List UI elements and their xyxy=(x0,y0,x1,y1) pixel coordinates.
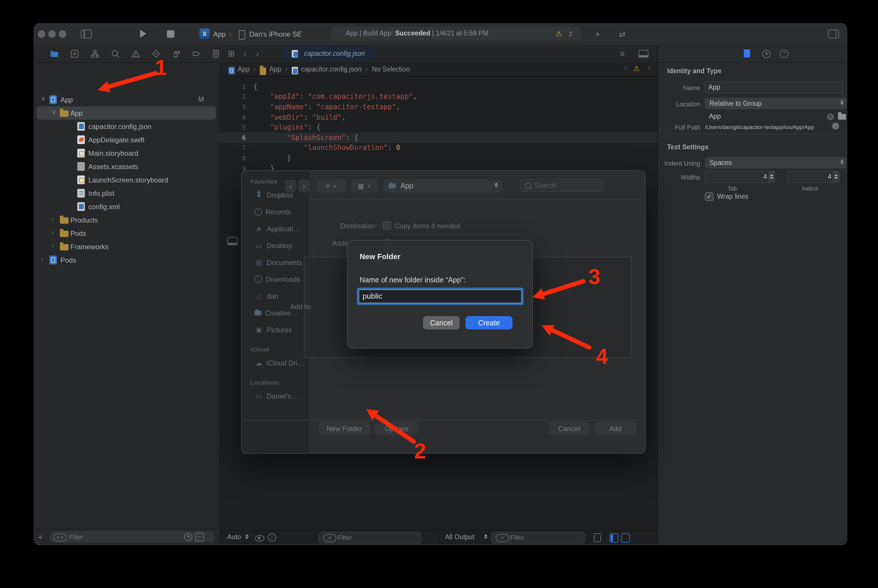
add-file-icon[interactable]: + xyxy=(38,533,43,542)
code-line[interactable]: 1{ xyxy=(219,81,657,92)
indent-width-field[interactable]: 4 xyxy=(787,171,836,183)
zoom-window-button[interactable] xyxy=(59,30,66,38)
file-tree-row[interactable]: Assets.xcassets xyxy=(34,160,219,173)
sidebar-item[interactable]: Recents xyxy=(242,203,308,220)
run-button[interactable] xyxy=(140,30,146,38)
sidebar-item[interactable]: iCloud Dri… xyxy=(242,354,308,371)
code-line[interactable]: 6 "SplashScreen": { xyxy=(219,132,657,142)
folder-name-input[interactable]: public xyxy=(359,290,522,303)
list-view-button[interactable]: ≡∨ xyxy=(317,180,346,192)
file-tree-row[interactable]: capacitor.config.json xyxy=(34,120,219,133)
icon-view-button[interactable]: ▦∨ xyxy=(351,180,378,192)
code-line[interactable]: 5 "plugins": { xyxy=(219,122,657,132)
navigator-filter-field[interactable]: ≡ ∨ Filter +- xyxy=(50,531,215,542)
tab-width-field[interactable]: 4 xyxy=(705,171,771,183)
file-tree-row[interactable]: ›Products xyxy=(34,213,219,226)
breakpoint-navigator-icon[interactable] xyxy=(192,50,201,58)
clear-group-icon[interactable]: ✕ xyxy=(827,113,834,120)
close-window-button[interactable] xyxy=(38,30,45,38)
scheme-name[interactable]: App xyxy=(213,30,226,38)
console-divider[interactable] xyxy=(438,531,439,544)
toggle-inspector-icon[interactable] xyxy=(828,30,839,38)
help-inspector-icon[interactable]: ? xyxy=(780,50,788,58)
issue-navigator-icon[interactable] xyxy=(131,50,140,58)
debug-navigator-icon[interactable] xyxy=(172,50,181,58)
warning-icon[interactable]: ⚠ xyxy=(555,30,562,38)
toggle-navigator-icon[interactable] xyxy=(81,30,92,38)
quick-look-icon[interactable] xyxy=(255,535,264,542)
file-tree-row[interactable]: ∨AppM xyxy=(34,93,219,106)
back-button[interactable]: ‹ xyxy=(285,180,296,192)
print-description-icon[interactable]: i xyxy=(268,533,276,542)
dialog-create-button[interactable]: Create xyxy=(465,316,512,330)
variables-view-scope[interactable]: Auto xyxy=(227,533,241,540)
breadcrumb-item[interactable]: No Selection xyxy=(372,66,410,73)
code-review-icon[interactable]: ≡ xyxy=(620,49,625,58)
file-tree-row[interactable]: ›Pods xyxy=(34,254,219,267)
run-destination[interactable]: Dan's iPhone SE xyxy=(249,30,302,38)
tab-capacitor-config[interactable]: capacitor.config.json xyxy=(282,46,375,60)
source-control-navigator-icon[interactable] xyxy=(70,50,79,58)
file-inspector-icon[interactable] xyxy=(744,50,750,57)
breadcrumb-item[interactable]: App xyxy=(228,65,249,73)
tab-width-stepper[interactable] xyxy=(768,171,775,183)
choose-folder-icon[interactable] xyxy=(838,114,846,120)
project-navigator-icon[interactable] xyxy=(50,50,59,58)
file-tree-row[interactable]: LaunchScreen.storyboard xyxy=(34,173,219,186)
file-tree-row[interactable]: ›Frameworks xyxy=(34,240,219,254)
chevron-right-icon[interactable]: › xyxy=(41,256,43,262)
console-filter-field[interactable]: ≡ Filter xyxy=(491,532,585,544)
variables-filter-field[interactable]: ≡ Filter xyxy=(318,532,421,544)
code-line[interactable]: 7 "launchShowDuration": 0 xyxy=(219,142,657,153)
activity-status-bar[interactable]: App | Build App: Succeeded | 1/4/21 at 5… xyxy=(331,27,582,40)
wrap-lines-checkbox[interactable]: ✓ xyxy=(705,192,714,201)
file-tree-row[interactable]: ›Pods xyxy=(34,226,219,240)
sidebar-item[interactable]: Documents xyxy=(242,254,308,271)
scheme-app-icon[interactable]: X xyxy=(199,28,210,39)
dialog-cancel-button[interactable]: Cancel xyxy=(423,316,460,330)
minimize-window-button[interactable] xyxy=(48,30,56,38)
symbol-navigator-icon[interactable] xyxy=(91,50,99,58)
copy-items-checkbox[interactable] xyxy=(383,221,391,230)
issue-warning-icon[interactable]: ⚠ xyxy=(633,64,640,73)
sidebar-item[interactable]: Daniel's… xyxy=(242,387,308,404)
sidebar-item[interactable]: Applicati… xyxy=(242,220,308,237)
code-line[interactable]: 3 "appName": "capacitor-testapp", xyxy=(219,102,657,112)
sheet-cancel-button[interactable]: Cancel xyxy=(549,422,590,435)
code-editor[interactable]: 1{2 "appId": "com.capacitorjs.testapp",3… xyxy=(219,81,657,173)
indent-using-popup[interactable]: Spaces xyxy=(705,157,847,168)
grid-view-icon[interactable]: ⊞ xyxy=(228,49,234,58)
file-tree-row[interactable]: AppDelegate.swift xyxy=(34,133,219,146)
search-field[interactable]: Search xyxy=(520,179,603,192)
file-tree-row[interactable]: Info.plist xyxy=(34,186,219,200)
file-tree-row[interactable]: Main.storyboard xyxy=(34,146,219,160)
show-console-icon[interactable] xyxy=(621,533,630,543)
breadcrumb-item[interactable]: App xyxy=(260,64,281,74)
sidebar-item[interactable]: Desktop xyxy=(242,237,308,254)
clear-console-icon[interactable] xyxy=(594,535,601,542)
stop-button[interactable] xyxy=(167,30,174,38)
add-editor-icon[interactable] xyxy=(639,50,648,57)
folder-popup[interactable]: App xyxy=(384,180,503,192)
sidebar-item[interactable]: dan xyxy=(242,288,308,304)
search-navigator-icon[interactable] xyxy=(111,50,120,58)
previous-issue-icon[interactable]: ‹ xyxy=(625,64,627,72)
debug-area-toggle-icon[interactable] xyxy=(227,237,238,245)
chevron-down-icon[interactable]: ∨ xyxy=(41,95,46,102)
chevron-right-icon[interactable]: › xyxy=(52,229,54,236)
back-icon[interactable]: ‹ xyxy=(243,49,246,58)
forward-button[interactable]: › xyxy=(298,180,310,192)
location-popup[interactable]: Relative to Group xyxy=(705,98,847,109)
source-control-status-icon[interactable]: +- xyxy=(195,532,204,541)
indent-width-stepper[interactable] xyxy=(833,171,840,183)
chevron-right-icon[interactable]: › xyxy=(52,216,54,222)
name-field[interactable]: App xyxy=(705,81,843,93)
breadcrumb-item[interactable]: capacitor.config.json xyxy=(292,65,362,73)
show-variables-view-icon[interactable] xyxy=(609,533,618,543)
file-tree-row[interactable]: ∨App xyxy=(34,106,219,120)
recent-files-icon[interactable] xyxy=(184,533,192,541)
sidebar-item[interactable]: Downloads xyxy=(242,271,308,288)
sidebar-item[interactable]: Pictures xyxy=(242,321,308,338)
code-line[interactable]: 2 "appId": "com.capacitorjs.testapp", xyxy=(219,92,657,102)
new-folder-button[interactable]: New Folder xyxy=(318,422,370,435)
